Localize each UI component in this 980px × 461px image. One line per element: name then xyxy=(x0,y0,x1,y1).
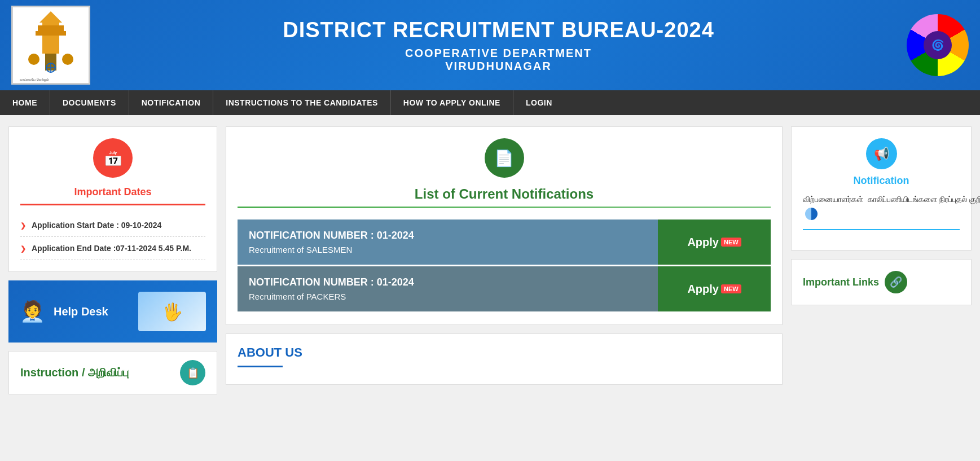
nav-instructions[interactable]: INSTRUCTIONS TO THE CANDIDATES xyxy=(213,90,391,115)
apply-button-2[interactable]: Apply NEW xyxy=(658,266,771,311)
nav-how-to-apply[interactable]: HOW TO APPLY ONLINE xyxy=(391,90,513,115)
notification-desc-2: Recruitment of PACKERS xyxy=(249,292,647,301)
navbar: HOME DOCUMENTS NOTIFICATION INSTRUCTIONS… xyxy=(0,90,980,115)
notifications-title: List of Current Notifications xyxy=(238,186,771,202)
important-dates-title: Important Dates xyxy=(20,186,205,198)
notification-side-text: விற்பனையாளர்கள் காலிப்பணியிடங்களை நிரப்ப… xyxy=(803,192,960,221)
instruction-icon: 📋 xyxy=(180,360,205,385)
notification-side-card: 📢 Notification விற்பனையாளர்கள் காலிப்பணி… xyxy=(791,126,972,251)
new-badge-2: NEW xyxy=(721,284,741,293)
main-title: DISTRICT RECRUITMENT BUREAU-2024 xyxy=(90,18,907,42)
instruction-card: Instruction / அறிவிப்பு 📋 xyxy=(8,351,217,394)
notification-row-2: NOTIFICATION NUMBER : 01-2024 Recruitmen… xyxy=(238,266,771,311)
svg-rect-1 xyxy=(42,20,59,54)
helpdesk-card[interactable]: 🧑‍💼 Help Desk 🖐️ xyxy=(8,280,217,343)
important-dates-card: 📅 Important Dates Application Start Date… xyxy=(8,126,217,272)
helpdesk-label: Help Desk xyxy=(54,305,108,318)
globe-icon xyxy=(805,208,818,220)
helpdesk-icon: 🧑‍💼 xyxy=(20,300,45,323)
notification-side-title: Notification xyxy=(803,175,960,187)
subtitle1: COOPERATIVE DEPARTMENT xyxy=(90,47,907,60)
center-content: 📄 List of Current Notifications NOTIFICA… xyxy=(226,126,783,394)
header: வாய்மையே வெல்லும் DISTRICT RECRUITMENT B… xyxy=(0,0,980,90)
svg-point-6 xyxy=(28,54,39,65)
about-underline xyxy=(238,366,283,367)
svg-text:வாய்மையே வெல்லும்: வாய்மையே வெல்லும் xyxy=(20,78,49,82)
apply-button-1[interactable]: Apply NEW xyxy=(658,219,771,265)
red-divider xyxy=(20,204,205,205)
sidebar-right: 📢 Notification விற்பனையாளர்கள் காலிப்பணி… xyxy=(791,126,972,394)
nav-login[interactable]: LOGIN xyxy=(513,90,565,115)
green-divider xyxy=(238,207,771,208)
emblem-core: 🌀 xyxy=(924,31,952,59)
subtitle2: VIRUDHUNAGAR xyxy=(90,60,907,73)
header-title: DISTRICT RECRUITMENT BUREAU-2024 COOPERA… xyxy=(90,18,907,73)
new-badge-1: NEW xyxy=(721,238,741,247)
blue-divider xyxy=(803,229,960,230)
about-title: ABOUT US xyxy=(238,345,771,360)
instruction-title: Instruction / அறிவிப்பு xyxy=(20,366,129,379)
notification-info-1: NOTIFICATION NUMBER : 01-2024 Recruitmen… xyxy=(238,219,658,265)
important-links-icon: 🔗 xyxy=(885,271,907,293)
notification-info-2: NOTIFICATION NUMBER : 01-2024 Recruitmen… xyxy=(238,266,658,311)
svg-rect-4 xyxy=(36,31,66,36)
notification-desc-1: Recruitment of SALESMEN xyxy=(249,245,647,254)
nav-home[interactable]: HOME xyxy=(0,90,50,115)
header-emblem: 🌀 xyxy=(907,14,969,76)
sidebar-left: 📅 Important Dates Application Start Date… xyxy=(8,126,217,394)
about-card: ABOUT US xyxy=(226,333,783,385)
svg-point-7 xyxy=(62,54,73,65)
helpdesk-image: 🖐️ xyxy=(138,292,206,331)
notification-side-icon: 📢 xyxy=(866,138,897,169)
nav-documents[interactable]: DOCUMENTS xyxy=(50,90,129,115)
notification-number-2: NOTIFICATION NUMBER : 01-2024 xyxy=(249,276,647,288)
main-content: 📅 Important Dates Application Start Date… xyxy=(0,115,980,406)
date-item-end: Application End Date :07-11-2024 5.45 P.… xyxy=(20,237,205,260)
nav-notification[interactable]: NOTIFICATION xyxy=(129,90,214,115)
important-links-title: Important Links 🔗 xyxy=(803,271,960,293)
notifications-icon: 📄 xyxy=(485,138,524,178)
notifications-card: 📄 List of Current Notifications NOTIFICA… xyxy=(226,126,783,325)
notification-row-1: NOTIFICATION NUMBER : 01-2024 Recruitmen… xyxy=(238,219,771,265)
svg-rect-3 xyxy=(38,25,64,31)
calendar-icon: 📅 xyxy=(93,138,133,178)
logo: வாய்மையே வெல்லும் xyxy=(11,6,90,85)
date-item-start: Application Start Date : 09-10-2024 xyxy=(20,214,205,237)
notification-number-1: NOTIFICATION NUMBER : 01-2024 xyxy=(249,230,647,242)
important-links-card: Important Links 🔗 xyxy=(791,259,972,305)
